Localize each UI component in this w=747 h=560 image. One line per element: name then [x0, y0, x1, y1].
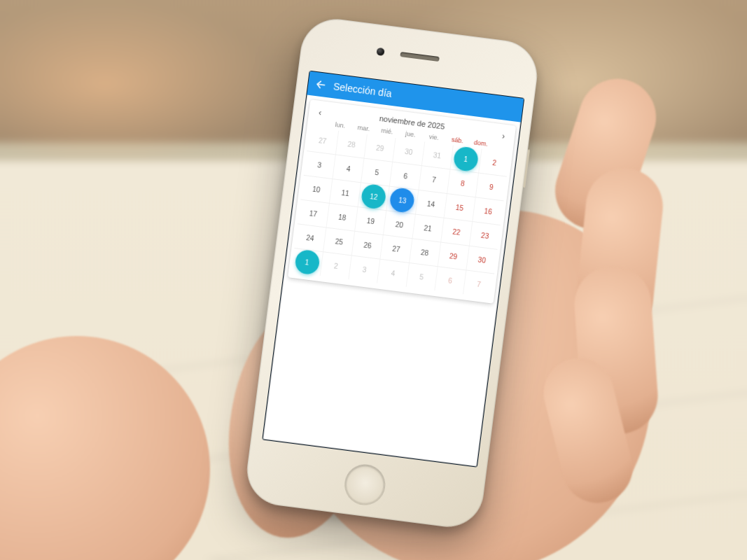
marked-day-indicator: 12: [361, 183, 387, 210]
back-arrow-icon[interactable]: [314, 78, 327, 91]
home-button[interactable]: [342, 462, 388, 507]
calendar-day[interactable]: 13: [386, 187, 418, 214]
calendar-day[interactable]: 21: [412, 214, 443, 241]
calendar-day[interactable]: 17: [298, 200, 329, 227]
calendar-day[interactable]: 29: [437, 242, 468, 270]
app-screen: Selección día ‹ noviembre de 2025 lun.ma…: [262, 71, 524, 468]
prev-month-button[interactable]: ‹: [311, 104, 329, 120]
calendar-day[interactable]: 6: [434, 267, 466, 294]
calendar-day[interactable]: 1: [291, 248, 323, 276]
calendar-day[interactable]: 11: [329, 179, 361, 206]
calendar-day[interactable]: 29: [364, 134, 396, 162]
calendar-day[interactable]: 3: [349, 255, 380, 283]
calendar-day[interactable]: 30: [466, 246, 497, 274]
calendar-day[interactable]: 6: [389, 162, 421, 190]
empty-content-area: [263, 281, 496, 466]
calendar-day[interactable]: 23: [469, 222, 501, 249]
calendar-grid: 2728293031123456789101112131415161718192…: [291, 125, 510, 298]
calendar-day[interactable]: 14: [415, 190, 447, 218]
calendar-day[interactable]: 12: [358, 183, 389, 210]
calendar-day[interactable]: 1: [449, 146, 481, 173]
calendar-day[interactable]: 16: [472, 197, 503, 225]
calendar-day[interactable]: 8: [447, 169, 478, 197]
next-month-button[interactable]: ›: [494, 127, 512, 144]
calendar-day[interactable]: 4: [333, 155, 364, 182]
calendar-day[interactable]: 26: [351, 232, 383, 259]
front-camera: [376, 48, 384, 56]
calendar-day[interactable]: 19: [355, 207, 386, 234]
calendar-day[interactable]: 2: [320, 252, 351, 279]
calendar-day[interactable]: 27: [307, 127, 338, 154]
page-title: Selección día: [333, 80, 392, 99]
calendar-day[interactable]: 7: [463, 270, 494, 298]
selected-day-indicator: 13: [389, 187, 416, 214]
calendar-day[interactable]: 30: [393, 138, 424, 165]
calendar-day[interactable]: 27: [380, 235, 412, 262]
svg-line-0: [318, 84, 325, 85]
marked-day-indicator: 1: [294, 248, 321, 275]
calendar-day[interactable]: 25: [323, 227, 354, 255]
calendar-day[interactable]: 28: [335, 131, 367, 158]
calendar-day[interactable]: 31: [421, 141, 452, 169]
calendar-day[interactable]: 7: [418, 166, 449, 193]
calendar-day[interactable]: 24: [294, 224, 326, 251]
calendar-day[interactable]: 22: [440, 218, 472, 246]
calendar-day[interactable]: 9: [475, 173, 507, 200]
calendar-day[interactable]: 4: [377, 260, 408, 287]
calendar-day[interactable]: 2: [478, 149, 510, 176]
marked-day-indicator: 1: [452, 146, 479, 172]
calendar-day[interactable]: 5: [361, 159, 392, 186]
calendar-day[interactable]: 15: [443, 194, 475, 221]
calendar-card: ‹ noviembre de 2025 lun.mar.mié.jue.vie.…: [288, 99, 516, 304]
calendar-day[interactable]: 5: [405, 263, 437, 290]
calendar-day[interactable]: 20: [383, 211, 414, 238]
earpiece-speaker: [400, 52, 439, 62]
photo-background: Selección día ‹ noviembre de 2025 lun.ma…: [0, 0, 747, 560]
calendar-day[interactable]: 28: [409, 239, 440, 266]
calendar-day[interactable]: 18: [326, 204, 358, 231]
calendar-day[interactable]: 3: [304, 151, 335, 178]
calendar-day[interactable]: 10: [300, 176, 332, 203]
